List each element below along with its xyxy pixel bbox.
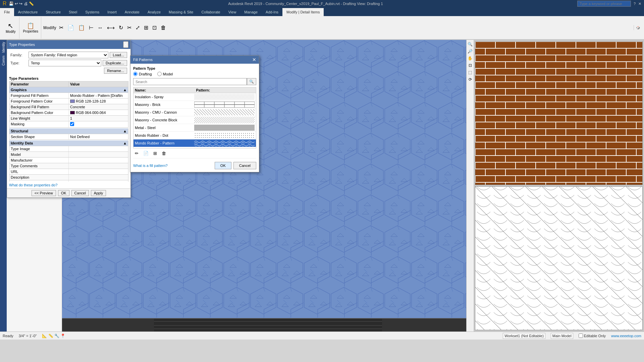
sidebar-other[interactable] bbox=[3, 67, 4, 70]
status-ready: Ready bbox=[3, 334, 13, 338]
tab-massing[interactable]: Massing & Site bbox=[165, 8, 197, 16]
preview-btn[interactable]: << Preview bbox=[32, 190, 56, 196]
properties-btn[interactable]: 📋Properties bbox=[21, 21, 40, 35]
what-is-fill-pattern-link[interactable]: What is a fill pattern? bbox=[133, 164, 168, 168]
fill-patterns-footer: What is a fill pattern? OK Cancel bbox=[133, 160, 256, 169]
assy-desc-row: Assembly Description bbox=[9, 180, 128, 182]
fg-color-value[interactable]: RGB 128-128-128 bbox=[69, 99, 128, 104]
zoom-in-btn[interactable]: 🔍 bbox=[467, 41, 473, 47]
fill-ok-btn[interactable]: OK bbox=[215, 162, 231, 169]
tab-annotate[interactable]: Annotate bbox=[121, 8, 144, 16]
close-icon[interactable]: ✕ bbox=[638, 2, 641, 6]
pattern-row-masonry-brick[interactable]: Masonry - Brick bbox=[133, 101, 256, 109]
modify-select-btn[interactable]: ↖ Modify bbox=[3, 20, 18, 35]
pattern-row-concrete[interactable]: Masonry - Concrete Block bbox=[133, 116, 256, 124]
graphics-section-header[interactable]: Graphics ▲ bbox=[9, 87, 128, 93]
site-link[interactable]: www.eeeetop.com bbox=[611, 334, 641, 338]
family-select[interactable]: System Family: Filled region bbox=[29, 52, 108, 58]
tab-structure[interactable]: Structure bbox=[42, 8, 65, 16]
title-bar: R 💾 ↩ ↪ 🖨 📏 Autodesk Revit 2019 - Commun… bbox=[0, 0, 644, 7]
bg-color-value[interactable]: RGB 064-000-064 bbox=[69, 110, 128, 115]
paste-btn[interactable]: 📋 bbox=[77, 23, 86, 32]
tab-systems[interactable]: Systems bbox=[81, 8, 103, 16]
pattern-row-steel[interactable]: Metal - Steel bbox=[133, 124, 256, 132]
view-cube[interactable]: 🎲 bbox=[636, 26, 640, 29]
search-input[interactable] bbox=[577, 1, 631, 7]
scale-btn[interactable]: ⤢ bbox=[134, 23, 141, 32]
tab-file[interactable]: File bbox=[0, 8, 14, 16]
array-btn[interactable]: ⊞ bbox=[143, 23, 150, 32]
editable-only-checkbox[interactable] bbox=[579, 334, 583, 338]
delete-pattern-btn[interactable]: 🗑 bbox=[160, 150, 168, 157]
zoom-fit-btn[interactable]: ⊡ bbox=[467, 62, 473, 68]
mirror-btn[interactable]: ⟷ bbox=[106, 23, 116, 32]
model-radio[interactable] bbox=[157, 72, 162, 76]
copy-pattern-btn[interactable]: ⊞ bbox=[152, 150, 159, 157]
masking-checkbox[interactable] bbox=[70, 122, 74, 126]
tab-view[interactable]: View bbox=[224, 8, 240, 16]
delete-btn[interactable]: 🗑 bbox=[159, 23, 167, 32]
drafting-radio-label[interactable]: Drafting bbox=[133, 72, 152, 76]
pattern-search-input[interactable] bbox=[133, 78, 247, 85]
identity-section-header[interactable]: Identity Data ▲ bbox=[9, 140, 128, 146]
fill-patterns-close-btn[interactable]: ✕ bbox=[252, 57, 256, 62]
editable-only-label[interactable]: Editable Only bbox=[579, 334, 606, 338]
design-option-selector[interactable]: Main Model bbox=[551, 333, 573, 339]
drafting-radio[interactable] bbox=[133, 72, 138, 76]
pattern-row-insulation[interactable]: Insulation - Spray bbox=[133, 93, 256, 101]
svg-rect-45 bbox=[194, 94, 255, 100]
trim-btn[interactable]: ✂ bbox=[126, 23, 133, 32]
type-select[interactable]: Temp bbox=[29, 60, 101, 66]
fill-cancel-btn[interactable]: Cancel bbox=[233, 162, 256, 169]
align-btn[interactable]: ⊢ bbox=[88, 23, 95, 32]
pan-btn[interactable]: ✋ bbox=[467, 55, 473, 61]
structural-section-header[interactable]: Structural ▲ bbox=[9, 128, 128, 134]
tab-addins[interactable]: Add-Ins bbox=[262, 8, 282, 16]
orbit-btn[interactable]: ⟳ bbox=[467, 76, 473, 82]
sidebar-exte[interactable] bbox=[3, 70, 4, 73]
props-ok-btn[interactable]: OK bbox=[58, 190, 69, 196]
edit-pattern-btn[interactable]: ✏ bbox=[133, 150, 140, 157]
masonry-brick-preview bbox=[194, 102, 255, 108]
bg-fill-value[interactable]: Concrete bbox=[69, 104, 128, 110]
rename-btn[interactable]: Rename... bbox=[104, 68, 127, 74]
rotate-btn[interactable]: ↻ bbox=[117, 23, 124, 32]
offset-btn[interactable]: ↔ bbox=[96, 23, 104, 32]
tab-insert[interactable]: Insert bbox=[103, 8, 121, 16]
model-radio-label[interactable]: Model bbox=[157, 72, 173, 76]
ribbon-tabs: File Architecture Structure Steel System… bbox=[0, 7, 644, 16]
family-label: Family: bbox=[10, 53, 27, 57]
duplicate-btn[interactable]: Duplicate... bbox=[103, 60, 127, 66]
tab-architecture[interactable]: Architecture bbox=[14, 8, 42, 16]
fg-fill-value[interactable]: Mondo Rubber - Pattern [Draftin bbox=[69, 93, 128, 98]
bg-color-swatch bbox=[70, 111, 75, 114]
properties-close-btn[interactable]: ✕ bbox=[123, 41, 128, 48]
cut-btn[interactable]: ✂ bbox=[58, 23, 65, 32]
props-apply-btn[interactable]: Apply bbox=[91, 190, 106, 196]
help-icon[interactable]: ? bbox=[634, 2, 636, 6]
pattern-row-mondo-pattern[interactable]: Mondo Rubber - Pattern bbox=[133, 139, 256, 147]
tab-collaborate[interactable]: Collaborate bbox=[197, 8, 224, 16]
fg-color-name: Foreground Pattern Color bbox=[9, 99, 69, 104]
tab-steel[interactable]: Steel bbox=[65, 8, 81, 16]
load-btn[interactable]: Load... bbox=[110, 52, 127, 58]
pattern-list[interactable]: Insulation - Spray Masonry - Brick bbox=[133, 93, 256, 148]
pattern-row-cmu[interactable]: Masonry - CMU - Cannon bbox=[133, 109, 256, 116]
zoom-window-btn[interactable]: ⬚ bbox=[467, 69, 473, 75]
properties-link[interactable]: What do these properties do? bbox=[9, 183, 57, 187]
type-image-row: Type Image bbox=[9, 146, 128, 152]
pattern-row-dot[interactable]: Mondo Rubber - Dot bbox=[133, 132, 256, 139]
sidebar-comm[interactable]: Comm bbox=[1, 54, 6, 67]
sidebar-identity[interactable]: Identity bbox=[1, 41, 6, 54]
new-pattern-btn[interactable]: 📄 bbox=[142, 150, 150, 157]
zoom-out-btn[interactable]: 🔎 bbox=[467, 48, 473, 54]
tab-modify[interactable]: Modify | Detail Items bbox=[282, 8, 324, 16]
tab-analyze[interactable]: Analyze bbox=[144, 8, 165, 16]
group-btn[interactable]: ⊡ bbox=[151, 23, 158, 32]
workset-selector[interactable]: Workset1 (Not Editable) bbox=[503, 333, 545, 339]
props-cancel-btn[interactable]: Cancel bbox=[71, 190, 89, 196]
copy-btn[interactable]: 📄 bbox=[66, 23, 75, 32]
title-bar-left: R 💾 ↩ ↪ 🖨 📏 bbox=[3, 1, 34, 7]
tab-manage[interactable]: Manage bbox=[240, 8, 262, 16]
pattern-search-btn[interactable]: 🔍 bbox=[247, 78, 256, 85]
